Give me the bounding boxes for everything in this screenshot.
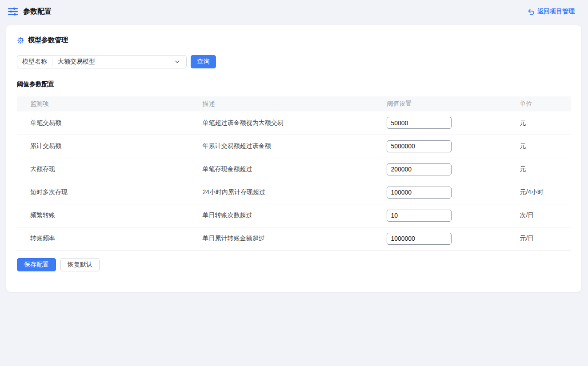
unit-cell: 元/4小时 xyxy=(506,181,571,204)
panel-title: 模型参数管理 xyxy=(28,36,68,44)
gear-icon xyxy=(17,36,24,44)
actions-row: 保存配置 恢复默认 xyxy=(17,258,571,271)
unit-cell: 元 xyxy=(506,135,571,158)
monitor-item-cell: 短时多次存现 xyxy=(17,181,189,204)
chevron-down-icon xyxy=(174,59,180,65)
threshold-input[interactable] xyxy=(387,233,452,245)
threshold-cell xyxy=(373,227,506,250)
table-body: 单笔交易额 单笔超过该金额视为大额交易 元 累计交易额 年累计交易额超过该金额 … xyxy=(17,111,571,250)
description-cell: 单日转账次数超过 xyxy=(189,204,374,227)
topbar-left: 参数配置 xyxy=(7,6,52,17)
threshold-cell xyxy=(373,181,506,204)
sliders-icon xyxy=(7,6,19,17)
threshold-table: 监测项 描述 阈值设置 单位 单笔交易额 单笔超过该金额视为大额交易 元 累计交… xyxy=(17,96,571,251)
description-cell: 单日累计转账金额超过 xyxy=(189,227,374,250)
description-cell: 24小时内累计存现超过 xyxy=(189,181,374,204)
back-to-projects-link[interactable]: 返回项目管理 xyxy=(527,8,575,16)
description-cell: 单笔超过该金额视为大额交易 xyxy=(189,111,374,135)
table-row: 累计交易额 年累计交易额超过该金额 元 xyxy=(17,135,571,158)
model-name-select[interactable]: 模型名称 大额交易模型 xyxy=(17,55,187,68)
unit-cell: 元/日 xyxy=(506,227,571,250)
query-button[interactable]: 查询 xyxy=(191,55,216,68)
threshold-input[interactable] xyxy=(387,140,452,152)
col-header-unit: 单位 xyxy=(506,96,571,111)
model-name-value: 大额交易模型 xyxy=(52,58,174,66)
monitor-item-cell: 累计交易额 xyxy=(17,135,189,158)
col-header-desc: 描述 xyxy=(189,96,374,111)
topbar: 参数配置 返回项目管理 xyxy=(0,0,588,23)
threshold-cell xyxy=(373,135,506,158)
table-row: 频繁转账 单日转账次数超过 次/日 xyxy=(17,204,571,227)
page-title: 参数配置 xyxy=(23,7,52,16)
undo-arrow-icon xyxy=(527,8,535,16)
monitor-item-cell: 频繁转账 xyxy=(17,204,189,227)
threshold-cell xyxy=(373,111,506,135)
back-link-label: 返回项目管理 xyxy=(537,8,575,16)
filter-row: 模型名称 大额交易模型 查询 xyxy=(17,55,571,68)
monitor-item-cell: 转账频率 xyxy=(17,227,189,250)
unit-cell: 元 xyxy=(506,111,571,135)
description-cell: 年累计交易额超过该金额 xyxy=(189,135,374,158)
table-row: 单笔交易额 单笔超过该金额视为大额交易 元 xyxy=(17,111,571,135)
panel-header: 模型参数管理 xyxy=(17,36,571,44)
restore-default-button[interactable]: 恢复默认 xyxy=(60,258,100,271)
table-row: 短时多次存现 24小时内累计存现超过 元/4小时 xyxy=(17,181,571,204)
model-parameter-card: 模型参数管理 模型名称 大额交易模型 查询 阈值参数配置 监测项 描述 阈值设置… xyxy=(6,25,581,292)
table-row: 转账频率 单日累计转账金额超过 元/日 xyxy=(17,227,571,250)
threshold-cell xyxy=(373,158,506,181)
threshold-section-title: 阈值参数配置 xyxy=(17,80,571,88)
threshold-cell xyxy=(373,204,506,227)
unit-cell: 次/日 xyxy=(506,204,571,227)
table-row: 大额存现 单笔存现金额超过 元 xyxy=(17,158,571,181)
col-header-item: 监测项 xyxy=(17,96,189,111)
threshold-input[interactable] xyxy=(387,117,452,129)
col-header-threshold: 阈值设置 xyxy=(373,96,506,111)
model-name-label: 模型名称 xyxy=(17,58,52,66)
monitor-item-cell: 单笔交易额 xyxy=(17,111,189,135)
table-header-row: 监测项 描述 阈值设置 单位 xyxy=(17,96,571,111)
threshold-input[interactable] xyxy=(387,210,452,222)
description-cell: 单笔存现金额超过 xyxy=(189,158,374,181)
save-config-button[interactable]: 保存配置 xyxy=(17,258,56,271)
threshold-input[interactable] xyxy=(387,187,452,199)
unit-cell: 元 xyxy=(506,158,571,181)
threshold-input[interactable] xyxy=(387,163,452,175)
monitor-item-cell: 大额存现 xyxy=(17,158,189,181)
